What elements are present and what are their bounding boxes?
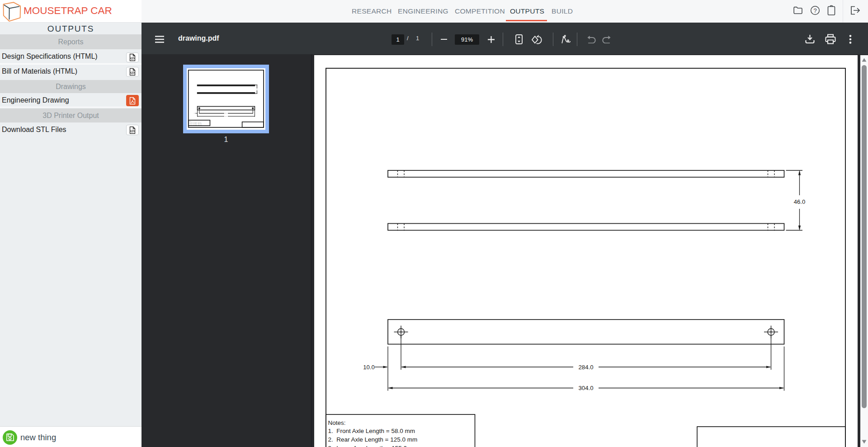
- svg-text:?: ?: [813, 7, 816, 14]
